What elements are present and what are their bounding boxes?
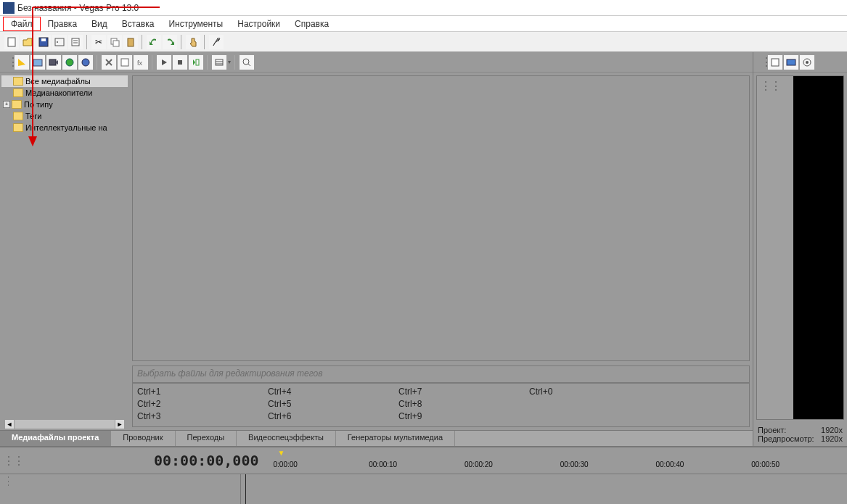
svg-point-16 <box>66 59 73 66</box>
redo-button[interactable] <box>163 35 177 49</box>
grip-icon[interactable]: ⋮⋮ <box>758 55 766 69</box>
pm-get-media-web-button[interactable] <box>78 55 93 70</box>
pm-import-button[interactable] <box>30 55 45 70</box>
track-headers[interactable] <box>9 474 241 504</box>
tree-hscroll[interactable]: ◄ ► <box>4 418 125 430</box>
tab-project-media[interactable]: Медиафайлы проекта <box>0 431 111 446</box>
pv-external-monitor-button[interactable] <box>784 55 798 70</box>
value-project-res: 1920x <box>821 426 843 434</box>
pm-capture-video-button[interactable] <box>46 55 61 70</box>
preview-panel: ⋮⋮ ⋮⋮ Проект:1920x Предпросмотр:1920x <box>753 52 847 446</box>
preview-status: Проект:1920x Предпросмотр:1920x <box>753 423 847 446</box>
tab-media-generators[interactable]: Генераторы мультимедиа <box>336 431 455 446</box>
pm-stop-button[interactable] <box>173 55 187 70</box>
svg-rect-22 <box>178 60 182 65</box>
tree-node-tags[interactable]: Теги <box>1 110 128 122</box>
tree-node-all-media[interactable]: Все медиафайлы <box>1 75 128 87</box>
menu-file[interactable]: Файл <box>3 17 41 31</box>
scroll-right-icon[interactable]: ► <box>115 419 125 429</box>
tree-label: Все медиафайлы <box>25 77 91 86</box>
tree-node-by-type[interactable]: + По типу <box>1 99 128 110</box>
menu-insert[interactable]: Вставка <box>115 17 162 30</box>
workspace: ⋮⋮ fx ▾ Все медиафайлы <box>0 52 847 446</box>
tree-node-media-drives[interactable]: Медианакопители <box>1 87 128 99</box>
pm-search-button[interactable] <box>240 55 254 70</box>
tree-label: Интеллектуальные на <box>25 123 107 132</box>
track-area[interactable] <box>241 474 847 504</box>
shortcut-cell[interactable]: Ctrl+6 <box>268 411 398 424</box>
playhead-cursor-icon[interactable]: ▼ <box>278 449 285 457</box>
menu-tools[interactable]: Инструменты <box>161 17 230 30</box>
scroll-track[interactable] <box>15 420 115 429</box>
cut-button[interactable]: ✂ <box>91 35 106 49</box>
help-button[interactable]: ? <box>209 35 224 49</box>
svg-rect-4 <box>41 38 46 41</box>
render-as-button[interactable] <box>52 35 67 49</box>
pm-autopreview-button[interactable] <box>189 55 203 70</box>
pm-remove-unused-button[interactable] <box>15 55 29 70</box>
titlebar: Без названия - Vegas Pro 13.0 <box>0 0 847 16</box>
menu-edit[interactable]: Правка <box>41 17 85 30</box>
pm-views-button[interactable] <box>212 55 226 70</box>
shortcut-cell[interactable]: Ctrl+8 <box>398 399 529 411</box>
expand-icon[interactable]: + <box>3 101 10 108</box>
shortcut-cell[interactable] <box>529 411 660 424</box>
copy-button[interactable] <box>107 35 122 49</box>
svg-rect-24 <box>216 59 223 65</box>
tab-explorer[interactable]: Проводник <box>111 431 175 446</box>
grip-icon[interactable]: ⋮⋮ <box>757 79 766 93</box>
properties-button[interactable] <box>68 35 83 49</box>
svg-rect-7 <box>72 38 79 46</box>
playhead-line[interactable] <box>245 474 246 504</box>
shortcut-cell[interactable]: Ctrl+9 <box>398 411 529 424</box>
pm-get-photo-button[interactable] <box>62 55 77 70</box>
menu-help[interactable]: Справка <box>287 17 336 30</box>
tag-edit-field[interactable]: Выбрать файлы для редактирования тегов <box>132 365 750 383</box>
pv-output-fx-button[interactable] <box>800 55 814 70</box>
save-button[interactable] <box>36 35 51 49</box>
shortcut-cell[interactable]: Ctrl+7 <box>398 387 529 399</box>
svg-rect-14 <box>33 59 42 66</box>
tab-transitions[interactable]: Переходы <box>176 431 237 446</box>
scroll-left-icon[interactable]: ◄ <box>4 419 15 429</box>
undo-button[interactable] <box>147 35 161 49</box>
tree-node-smart[interactable]: Интеллектуальные на <box>1 122 128 133</box>
svg-rect-30 <box>787 59 795 65</box>
shortcut-cell[interactable]: Ctrl+5 <box>268 399 398 411</box>
shortcut-cell[interactable]: Ctrl+1 <box>137 387 268 399</box>
grip-icon[interactable]: ⋮⋮ <box>0 474 9 504</box>
label-preview: Предпросмотр: <box>758 434 814 443</box>
tab-video-fx[interactable]: Видеоспецэффекты <box>237 431 336 446</box>
shortcut-cell[interactable] <box>529 399 660 411</box>
grip-icon[interactable]: ⋮⋮ <box>0 454 9 468</box>
open-button[interactable] <box>20 35 35 49</box>
pm-properties-button[interactable] <box>118 55 132 70</box>
shortcut-cell[interactable]: Ctrl+2 <box>137 399 268 411</box>
menu-options[interactable]: Настройки <box>230 17 287 30</box>
new-button[interactable] <box>4 35 19 49</box>
pm-remove-button[interactable] <box>102 55 116 70</box>
window-title: Без названия - Vegas Pro 13.0 <box>17 3 139 13</box>
playhead-time[interactable]: 00:00:00,000 <box>139 452 274 469</box>
shortcut-cell[interactable]: Ctrl+0 <box>529 387 660 399</box>
time-ruler[interactable]: ▼ 0:00:00 00:00:10 00:00:20 00:00:30 00:… <box>274 447 848 474</box>
paste-button[interactable] <box>123 35 138 49</box>
folder-icon <box>13 112 23 120</box>
shortcut-cell[interactable]: Ctrl+4 <box>268 387 398 399</box>
pm-shortcuts: Ctrl+1 Ctrl+4 Ctrl+7 Ctrl+0 Ctrl+2 Ctrl+… <box>132 383 750 427</box>
pm-fx-button[interactable]: fx <box>134 55 148 70</box>
pm-tree[interactable]: Все медиафайлы Медианакопители + По типу… <box>0 73 129 430</box>
menubar: Файл Правка Вид Вставка Инструменты Наст… <box>0 16 847 32</box>
shortcut-cell[interactable]: Ctrl+3 <box>137 411 268 424</box>
pm-media-list[interactable] <box>132 75 750 361</box>
grip-icon[interactable]: ⋮⋮ <box>4 55 13 69</box>
pv-project-props-button[interactable] <box>768 55 782 70</box>
pm-play-button[interactable] <box>157 55 171 70</box>
svg-rect-2 <box>8 38 15 46</box>
tag-placeholder: Выбрать файлы для редактирования тегов <box>137 368 322 379</box>
preview-frame <box>793 76 843 419</box>
touch-button[interactable] <box>186 35 200 49</box>
preview-video[interactable]: ⋮⋮ <box>756 75 844 420</box>
menu-view[interactable]: Вид <box>84 17 115 30</box>
folder-icon <box>13 123 23 132</box>
